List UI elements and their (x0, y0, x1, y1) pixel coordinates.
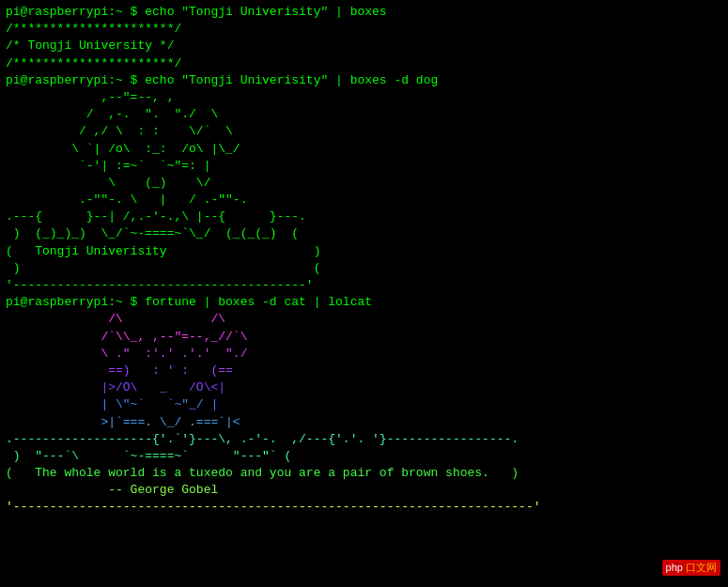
line-2: /**********************/ (6, 21, 722, 38)
line-5: pi@raspberrypi:~ $ echo "Tongji Univeris… (6, 72, 722, 89)
php-text: php (666, 562, 683, 573)
cat-art-2: /`\\_, ,--"=--,_//`\ (6, 329, 722, 346)
cat-art-5: |>/O\ _ /O\<| (6, 379, 722, 396)
cat-art-3: \ ." :'.' .'.' "./ (6, 346, 722, 363)
dog-art-3: / ,/ \ : : \/` \ (6, 123, 722, 140)
dog-art-9: ) (_)_)_) \_/`~-====~`\_/ (_(_(_) ( (6, 225, 722, 242)
cat-art-12: '---------------------------------------… (6, 499, 722, 516)
dog-art-5: `-'| :=~` `~"=: | (6, 158, 722, 175)
cat-art-6: | \"~` `~"_/ | (6, 396, 722, 413)
dog-art-8: .---{ }--| /,.-'-.,\ |--{ }---. (6, 209, 722, 225)
dog-art-12: '---------------------------------------… (6, 277, 722, 294)
line-fortune: pi@raspberrypi:~ $ fortune | boxes -d ca… (6, 294, 722, 311)
cat-art-4: ==) : ' : (== (6, 363, 722, 379)
line-3: /* Tongji University */ (6, 38, 722, 54)
cat-art-10: ( The whole world is a tuxedo and you ar… (6, 465, 722, 482)
cat-art-11: -- George Gobel (6, 482, 722, 499)
line-1: pi@raspberrypi:~ $ echo "Tongji Univeris… (6, 4, 722, 21)
line-4: /**********************/ (6, 55, 722, 72)
dog-art-6: \ (_) \/ (6, 175, 722, 192)
php-badge: php 口文网 (662, 560, 720, 576)
cn-text: 口文网 (686, 562, 717, 573)
cat-art-7: >|`===. \_/ .===`|< (6, 414, 722, 431)
dog-art-4: \ `| /o\ :_: /o\ |\_/ (6, 141, 722, 158)
terminal: pi@raspberrypi:~ $ echo "Tongji Univeris… (0, 0, 728, 587)
dog-art-2: / ,-. ". "./ \ (6, 106, 722, 123)
dog-art-10: ( Tongji Univerisity ) (6, 243, 722, 260)
dog-art-1: ,--"=--, , (6, 89, 722, 106)
cat-art-8: .-------------------{'.`'}---\, .-'-. ,/… (6, 431, 722, 448)
cat-art-9: ) "---`\ `~-====~` "---"` ( (6, 448, 722, 465)
dog-art-11: ) ( (6, 260, 722, 277)
dog-art-7: .-""-. \ | / .-""-. (6, 192, 722, 209)
cat-art-1: /\ /\ (6, 311, 722, 328)
